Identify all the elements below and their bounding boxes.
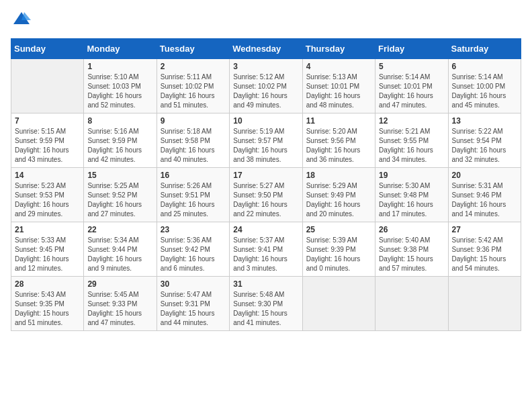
day-number: 19 (379, 171, 444, 180)
day-number: 29 (87, 279, 152, 289)
page-header (11, 11, 521, 33)
cell-info: Sunrise: 5:47 AMSunset: 9:31 PMDaylight:… (161, 290, 226, 328)
cell-info: Sunrise: 5:16 AMSunset: 9:59 PMDaylight:… (87, 127, 152, 165)
calendar-cell: 5Sunrise: 5:14 AMSunset: 10:01 PMDayligh… (375, 59, 448, 113)
calendar-cell: 30Sunrise: 5:47 AMSunset: 9:31 PMDayligh… (157, 277, 229, 331)
day-number: 22 (87, 225, 152, 234)
day-number: 25 (306, 225, 371, 234)
calendar-cell: 16Sunrise: 5:26 AMSunset: 9:51 PMDayligh… (157, 168, 229, 222)
logo (11, 11, 31, 33)
logo-icon (12, 11, 31, 30)
cell-info: Sunrise: 5:31 AMSunset: 9:46 PMDaylight:… (452, 181, 517, 219)
calendar-cell (302, 277, 375, 331)
day-number: 24 (233, 225, 298, 234)
calendar-week-4: 21Sunrise: 5:33 AMSunset: 9:45 PMDayligh… (11, 222, 521, 277)
calendar-cell: 12Sunrise: 5:21 AMSunset: 9:55 PMDayligh… (375, 113, 448, 168)
day-number: 12 (379, 116, 444, 126)
day-number: 21 (15, 225, 80, 234)
day-header-saturday: Saturday (448, 39, 521, 59)
calendar-header: SundayMondayTuesdayWednesdayThursdayFrid… (11, 39, 521, 59)
calendar-cell: 7Sunrise: 5:15 AMSunset: 9:59 PMDaylight… (11, 113, 84, 168)
day-number: 8 (87, 116, 152, 126)
calendar-cell: 27Sunrise: 5:42 AMSunset: 9:36 PMDayligh… (448, 222, 521, 277)
day-number: 16 (161, 171, 226, 180)
calendar-cell: 1Sunrise: 5:10 AMSunset: 10:03 PMDayligh… (84, 59, 157, 113)
day-number: 11 (306, 116, 371, 126)
day-header-tuesday: Tuesday (157, 39, 229, 59)
cell-info: Sunrise: 5:29 AMSunset: 9:49 PMDaylight:… (306, 181, 371, 219)
calendar-cell (375, 277, 448, 331)
day-number: 7 (15, 116, 80, 126)
cell-info: Sunrise: 5:13 AMSunset: 10:01 PMDaylight… (306, 73, 371, 110)
day-number: 6 (452, 62, 517, 71)
cell-info: Sunrise: 5:20 AMSunset: 9:56 PMDaylight:… (306, 127, 371, 165)
day-number: 9 (161, 116, 226, 126)
cell-info: Sunrise: 5:27 AMSunset: 9:50 PMDaylight:… (233, 181, 298, 219)
calendar-cell: 3Sunrise: 5:12 AMSunset: 10:02 PMDayligh… (230, 59, 302, 113)
day-number: 10 (233, 116, 298, 126)
day-number: 1 (87, 62, 152, 71)
day-number: 14 (15, 171, 80, 180)
day-number: 26 (379, 225, 444, 234)
cell-info: Sunrise: 5:37 AMSunset: 9:41 PMDaylight:… (233, 236, 298, 273)
day-number: 5 (379, 62, 444, 71)
calendar-cell: 22Sunrise: 5:34 AMSunset: 9:44 PMDayligh… (84, 222, 157, 277)
calendar-cell: 20Sunrise: 5:31 AMSunset: 9:46 PMDayligh… (448, 168, 521, 222)
day-number: 18 (306, 171, 371, 180)
day-header-wednesday: Wednesday (230, 39, 302, 59)
cell-info: Sunrise: 5:11 AMSunset: 10:02 PMDaylight… (161, 73, 226, 110)
calendar-week-2: 7Sunrise: 5:15 AMSunset: 9:59 PMDaylight… (11, 113, 521, 168)
calendar-week-5: 28Sunrise: 5:43 AMSunset: 9:35 PMDayligh… (11, 277, 521, 331)
day-number: 4 (306, 62, 371, 71)
cell-info: Sunrise: 5:10 AMSunset: 10:03 PMDaylight… (87, 73, 152, 110)
calendar-cell: 15Sunrise: 5:25 AMSunset: 9:52 PMDayligh… (84, 168, 157, 222)
cell-info: Sunrise: 5:22 AMSunset: 9:54 PMDaylight:… (452, 127, 517, 165)
calendar-cell: 14Sunrise: 5:23 AMSunset: 9:53 PMDayligh… (11, 168, 84, 222)
svg-marker-1 (21, 12, 31, 20)
cell-info: Sunrise: 5:40 AMSunset: 9:38 PMDaylight:… (379, 236, 444, 273)
cell-info: Sunrise: 5:21 AMSunset: 9:55 PMDaylight:… (379, 127, 444, 165)
calendar-cell: 21Sunrise: 5:33 AMSunset: 9:45 PMDayligh… (11, 222, 84, 277)
cell-info: Sunrise: 5:19 AMSunset: 9:57 PMDaylight:… (233, 127, 298, 165)
day-number: 27 (452, 225, 517, 234)
calendar-cell: 6Sunrise: 5:14 AMSunset: 10:00 PMDayligh… (448, 59, 521, 113)
day-number: 15 (87, 171, 152, 180)
calendar-cell: 9Sunrise: 5:18 AMSunset: 9:58 PMDaylight… (157, 113, 229, 168)
day-header-thursday: Thursday (302, 39, 375, 59)
calendar-table: SundayMondayTuesdayWednesdayThursdayFrid… (11, 38, 521, 331)
day-number: 30 (161, 279, 226, 289)
calendar-cell (11, 59, 84, 113)
day-number: 28 (15, 279, 80, 289)
calendar-cell: 31Sunrise: 5:48 AMSunset: 9:30 PMDayligh… (230, 277, 302, 331)
cell-info: Sunrise: 5:26 AMSunset: 9:51 PMDaylight:… (161, 181, 226, 219)
cell-info: Sunrise: 5:34 AMSunset: 9:44 PMDaylight:… (87, 236, 152, 273)
logo-text (11, 11, 31, 33)
calendar-week-3: 14Sunrise: 5:23 AMSunset: 9:53 PMDayligh… (11, 168, 521, 222)
cell-info: Sunrise: 5:36 AMSunset: 9:42 PMDaylight:… (161, 236, 226, 273)
cell-info: Sunrise: 5:33 AMSunset: 9:45 PMDaylight:… (15, 236, 80, 273)
day-header-friday: Friday (375, 39, 448, 59)
cell-info: Sunrise: 5:25 AMSunset: 9:52 PMDaylight:… (87, 181, 152, 219)
cell-info: Sunrise: 5:14 AMSunset: 10:00 PMDaylight… (452, 73, 517, 110)
cell-info: Sunrise: 5:43 AMSunset: 9:35 PMDaylight:… (15, 290, 80, 328)
calendar-cell: 11Sunrise: 5:20 AMSunset: 9:56 PMDayligh… (302, 113, 375, 168)
calendar-cell: 19Sunrise: 5:30 AMSunset: 9:48 PMDayligh… (375, 168, 448, 222)
calendar-cell: 18Sunrise: 5:29 AMSunset: 9:49 PMDayligh… (302, 168, 375, 222)
day-number: 23 (161, 225, 226, 234)
day-header-sunday: Sunday (11, 39, 84, 59)
day-number: 31 (233, 279, 298, 289)
calendar-cell: 4Sunrise: 5:13 AMSunset: 10:01 PMDayligh… (302, 59, 375, 113)
cell-info: Sunrise: 5:39 AMSunset: 9:39 PMDaylight:… (306, 236, 371, 273)
cell-info: Sunrise: 5:42 AMSunset: 9:36 PMDaylight:… (452, 236, 517, 273)
calendar-cell: 2Sunrise: 5:11 AMSunset: 10:02 PMDayligh… (157, 59, 229, 113)
calendar-cell: 23Sunrise: 5:36 AMSunset: 9:42 PMDayligh… (157, 222, 229, 277)
calendar-week-1: 1Sunrise: 5:10 AMSunset: 10:03 PMDayligh… (11, 59, 521, 113)
day-number: 20 (452, 171, 517, 180)
calendar-cell: 24Sunrise: 5:37 AMSunset: 9:41 PMDayligh… (230, 222, 302, 277)
calendar-cell (448, 277, 521, 331)
cell-info: Sunrise: 5:18 AMSunset: 9:58 PMDaylight:… (161, 127, 226, 165)
day-number: 3 (233, 62, 298, 71)
calendar-cell: 29Sunrise: 5:45 AMSunset: 9:33 PMDayligh… (84, 277, 157, 331)
cell-info: Sunrise: 5:30 AMSunset: 9:48 PMDaylight:… (379, 181, 444, 219)
calendar-cell: 8Sunrise: 5:16 AMSunset: 9:59 PMDaylight… (84, 113, 157, 168)
